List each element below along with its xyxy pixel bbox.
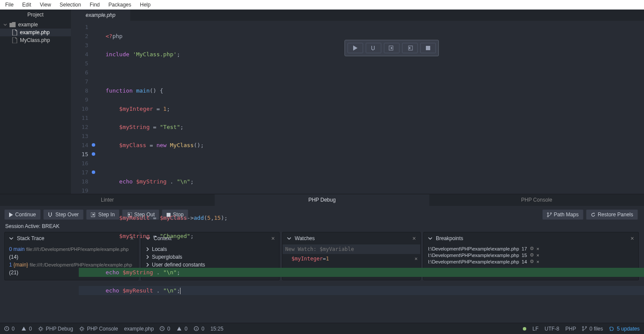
- status-diagnostics-left[interactable]: 0 0: [4, 326, 32, 332]
- line-number[interactable]: 14: [73, 141, 88, 150]
- stop-button[interactable]: [420, 43, 436, 53]
- line-number[interactable]: 16: [73, 159, 88, 168]
- status-updates[interactable]: 5 updates: [609, 326, 640, 332]
- error-icon: [4, 326, 9, 331]
- menubar: File Edit View Selection Find Packages H…: [0, 0, 644, 10]
- status-php-debug[interactable]: PHP Debug: [38, 326, 73, 332]
- line-number[interactable]: 10: [73, 104, 88, 113]
- editor-tabbar: example.php: [71, 10, 644, 21]
- step-over-button[interactable]: [366, 43, 381, 53]
- line-number[interactable]: 2: [73, 32, 88, 41]
- menu-help[interactable]: Help: [135, 1, 155, 9]
- status-dot-icon: [523, 327, 526, 331]
- tree-file-myclass[interactable]: MyClass.php: [0, 36, 71, 44]
- svg-point-20: [582, 327, 583, 328]
- info-icon: [194, 326, 199, 331]
- svg-point-8: [49, 215, 51, 217]
- tab-example-php[interactable]: example.php: [71, 10, 130, 21]
- line-number[interactable]: 1: [73, 22, 88, 32]
- line-number[interactable]: 4: [73, 50, 88, 59]
- step-over-icon: [370, 45, 377, 51]
- line-number[interactable]: 19: [73, 186, 88, 195]
- warning-icon: [21, 326, 26, 331]
- line-number[interactable]: 12: [73, 122, 88, 132]
- line-number[interactable]: 7: [73, 77, 88, 86]
- chevron-down-icon[interactable]: [9, 236, 13, 241]
- menu-find[interactable]: Find: [85, 1, 104, 9]
- status-encoding[interactable]: UTF-8: [544, 326, 559, 332]
- menu-edit[interactable]: Edit: [18, 1, 35, 9]
- file-icon: [12, 29, 17, 35]
- chevron-down-icon: [3, 23, 7, 26]
- line-number[interactable]: 11: [73, 113, 88, 122]
- play-icon: [9, 212, 13, 217]
- stop-icon: [426, 46, 430, 50]
- line-number[interactable]: 18: [73, 177, 88, 186]
- tree-folder-example[interactable]: example: [0, 21, 71, 29]
- step-out-button[interactable]: [402, 43, 418, 53]
- svg-point-22: [582, 330, 583, 331]
- line-number[interactable]: 15: [73, 150, 88, 159]
- file-label: example.php: [20, 29, 50, 35]
- status-language[interactable]: PHP: [565, 326, 576, 332]
- line-number[interactable]: 9: [73, 95, 88, 104]
- code-editor[interactable]: 12345678910111213141516171819 <?php incl…: [71, 21, 644, 334]
- line-number[interactable]: 6: [73, 68, 88, 77]
- svg-rect-0: [371, 46, 372, 50]
- step-in-button[interactable]: [384, 43, 399, 53]
- step-over-icon: [48, 212, 53, 217]
- line-number[interactable]: 3: [73, 41, 88, 50]
- status-php-console[interactable]: PHP Console: [79, 326, 118, 332]
- folder-label: example: [18, 22, 38, 28]
- svg-rect-1: [374, 46, 375, 50]
- status-file[interactable]: example.php: [124, 326, 154, 332]
- line-number[interactable]: 17: [73, 168, 88, 177]
- panel-title: Stack Trace: [17, 235, 44, 241]
- code-content[interactable]: <?php include 'MyClass.php'; function ma…: [100, 21, 644, 334]
- file-icon: [12, 37, 17, 43]
- status-cursor-pos[interactable]: 15:25: [210, 326, 223, 332]
- status-diagnostics-file[interactable]: 0 0 0: [160, 326, 204, 332]
- bug-icon: [38, 326, 43, 331]
- svg-rect-7: [51, 212, 52, 216]
- project-sidebar: Project example example.php MyClass.php: [0, 10, 71, 194]
- continue-button[interactable]: Continue: [4, 209, 41, 220]
- svg-rect-5: [426, 46, 430, 50]
- svg-point-21: [585, 327, 586, 328]
- menu-selection[interactable]: Selection: [55, 1, 85, 9]
- menu-view[interactable]: View: [35, 1, 55, 9]
- file-label: MyClass.php: [20, 37, 50, 43]
- menu-file[interactable]: File: [1, 1, 18, 9]
- text-cursor: [180, 288, 180, 294]
- tree-file-example[interactable]: example.php: [0, 29, 71, 36]
- folder-icon: [10, 22, 16, 27]
- sidebar-title: Project: [0, 10, 71, 20]
- line-number[interactable]: 8: [73, 86, 88, 95]
- continue-button[interactable]: [348, 43, 363, 53]
- branch-icon: [582, 326, 587, 331]
- svg-rect-6: [48, 212, 49, 216]
- play-icon: [353, 45, 357, 51]
- menu-packages[interactable]: Packages: [104, 1, 136, 9]
- squirrel-icon: [609, 326, 614, 331]
- bug-icon: [79, 326, 84, 331]
- step-out-icon: [407, 45, 413, 51]
- warning-icon: [177, 326, 182, 331]
- debug-toolbar-floating[interactable]: [345, 40, 439, 56]
- statusbar: 0 0 PHP Debug PHP Console example.php 0 …: [0, 323, 644, 334]
- step-in-icon: [389, 45, 395, 51]
- error-icon: [160, 326, 164, 331]
- svg-point-2: [372, 49, 374, 51]
- status-git-files[interactable]: 0 files: [582, 326, 603, 332]
- status-line-ending[interactable]: LF: [532, 326, 538, 332]
- line-number[interactable]: 13: [73, 132, 88, 141]
- line-number[interactable]: 5: [73, 59, 88, 68]
